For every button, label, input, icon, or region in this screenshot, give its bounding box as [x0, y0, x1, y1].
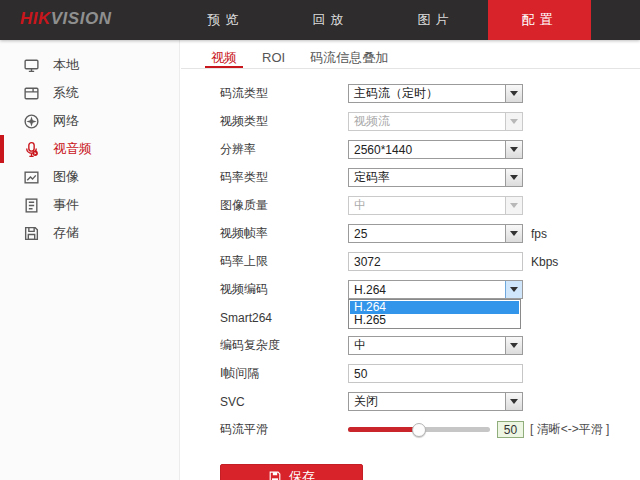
sidebar-item-system[interactable]: 系统 [0, 79, 179, 107]
field-label: 编码复杂度 [220, 337, 348, 354]
select-value: H.264 [349, 283, 505, 297]
event-icon [23, 197, 40, 214]
chevron-down-icon[interactable] [505, 225, 522, 242]
video-type-select: 视频流 [348, 112, 523, 131]
menu-item-picture[interactable]: 图片 [383, 0, 488, 40]
save-floppy-icon [268, 470, 282, 480]
video-settings-form: 码流类型 主码流（定时） 视频类型 视频流 分辨率 2560*1440 码率类型 [181, 69, 640, 439]
form-row-smoothing: 码流平滑 50 [ 清晰<->平滑 ] [220, 420, 640, 439]
main-content: 视频 ROI 码流信息叠加 码流类型 主码流（定时） 视频类型 视频流 分辨率 … [181, 40, 640, 480]
fps-unit-label: fps [531, 227, 547, 241]
field-label: 码率类型 [220, 169, 348, 186]
stream-type-select[interactable]: 主码流（定时） [348, 84, 523, 103]
form-row-iframe-interval: I帧间隔 [220, 364, 640, 383]
chevron-down-icon[interactable] [505, 141, 522, 158]
chevron-down-icon [505, 197, 522, 214]
save-button-label: 保存 [289, 468, 315, 480]
iframe-interval-input[interactable] [348, 364, 523, 383]
select-value: 关闭 [349, 393, 505, 410]
sidebar-item-label: 本地 [53, 56, 79, 74]
field-label: 图像质量 [220, 197, 348, 214]
sidebar-item-label: 事件 [53, 196, 79, 214]
top-header: HIKVISION 预览 回放 图片 配置 [0, 0, 640, 40]
field-label: 码流平滑 [220, 421, 348, 438]
hikvision-logo: HIKVISION [20, 9, 111, 29]
sidebar-item-local[interactable]: 本地 [0, 51, 179, 79]
network-icon [23, 113, 40, 130]
menu-item-config[interactable]: 配置 [488, 0, 591, 40]
tab-video[interactable]: 视频 [205, 49, 243, 68]
max-bitrate-input[interactable] [348, 252, 523, 271]
form-row-resolution: 分辨率 2560*1440 [220, 140, 640, 159]
chevron-down-icon[interactable] [505, 281, 522, 298]
sidebar-item-label: 网络 [53, 112, 79, 130]
chevron-down-icon[interactable] [505, 85, 522, 102]
form-row-svc: SVC 关闭 [220, 392, 640, 411]
chevron-down-icon[interactable] [505, 169, 522, 186]
tab-roi[interactable]: ROI [256, 49, 291, 68]
save-button[interactable]: 保存 [220, 464, 363, 480]
form-row-video-encoding: 视频编码 H.264 H.264 H.265 [220, 280, 640, 299]
menu-item-preview[interactable]: 预览 [173, 0, 278, 40]
bitrate-type-select[interactable]: 定码率 [348, 168, 523, 187]
monitor-icon [23, 57, 40, 74]
form-row-frame-rate: 视频帧率 25 fps [220, 224, 640, 243]
field-label: I帧间隔 [220, 365, 348, 382]
audio-video-icon [23, 141, 40, 158]
smoothing-slider[interactable] [348, 420, 490, 439]
form-row-encoding-complexity: 编码复杂度 中 [220, 336, 640, 355]
logo-vision: VISION [51, 9, 112, 28]
form-row-image-quality: 图像质量 中 [220, 196, 640, 215]
chevron-down-icon [505, 113, 522, 130]
tab-bar: 视频 ROI 码流信息叠加 [181, 40, 640, 69]
kbps-unit-label: Kbps [531, 255, 558, 269]
smoothing-value-box: 50 [497, 421, 524, 438]
form-row-max-bitrate: 码率上限 Kbps [220, 252, 640, 271]
tab-stream-info-overlay[interactable]: 码流信息叠加 [304, 49, 394, 68]
slider-fill [348, 427, 419, 432]
menu-item-playback[interactable]: 回放 [278, 0, 383, 40]
chevron-down-icon[interactable] [505, 393, 522, 410]
select-value: 中 [349, 197, 505, 214]
sidebar-item-event[interactable]: 事件 [0, 191, 179, 219]
sidebar-item-label: 图像 [53, 168, 79, 186]
frame-rate-select[interactable]: 25 [348, 224, 523, 243]
top-menu: 预览 回放 图片 配置 [173, 0, 591, 40]
system-icon [23, 85, 40, 102]
field-label: 视频编码 [220, 281, 348, 298]
field-label: 视频帧率 [220, 225, 348, 242]
select-value: 2560*1440 [349, 143, 505, 157]
sidebar-item-storage[interactable]: 存储 [0, 219, 179, 247]
field-label: Smart264 [220, 311, 348, 325]
form-row-bitrate-type: 码率类型 定码率 [220, 168, 640, 187]
form-row-stream-type: 码流类型 主码流（定时） [220, 84, 640, 103]
select-value: 25 [349, 227, 505, 241]
chevron-down-icon[interactable] [505, 337, 522, 354]
encoding-complexity-select[interactable]: 中 [348, 336, 523, 355]
sidebar-item-audio-video[interactable]: 视音频 [0, 135, 179, 163]
select-value: 定码率 [349, 169, 505, 186]
sidebar-item-label: 存储 [53, 224, 79, 242]
select-value: 中 [349, 337, 505, 354]
sidebar-item-network[interactable]: 网络 [0, 107, 179, 135]
field-label: 码流类型 [220, 85, 348, 102]
smoothing-hint-label: [ 清晰<->平滑 ] [530, 421, 609, 438]
sidebar: 本地 系统 网络 视音频 图像 事件 存储 [0, 40, 180, 480]
form-row-video-type: 视频类型 视频流 [220, 112, 640, 131]
image-icon [23, 169, 40, 186]
field-label: 分辨率 [220, 141, 348, 158]
video-encoding-select[interactable]: H.264 [348, 280, 523, 299]
sidebar-item-image[interactable]: 图像 [0, 163, 179, 191]
logo-hik: HIK [20, 9, 51, 28]
resolution-select[interactable]: 2560*1440 [348, 140, 523, 159]
sidebar-item-label: 系统 [53, 84, 79, 102]
storage-icon [23, 225, 40, 242]
slider-handle[interactable] [412, 423, 426, 437]
svc-select[interactable]: 关闭 [348, 392, 523, 411]
dropdown-option-h265[interactable]: H.265 [350, 314, 519, 327]
field-label: SVC [220, 395, 348, 409]
select-value: 视频流 [349, 113, 505, 130]
select-value: 主码流（定时） [349, 85, 505, 102]
sidebar-item-label: 视音频 [53, 140, 92, 158]
image-quality-select: 中 [348, 196, 523, 215]
